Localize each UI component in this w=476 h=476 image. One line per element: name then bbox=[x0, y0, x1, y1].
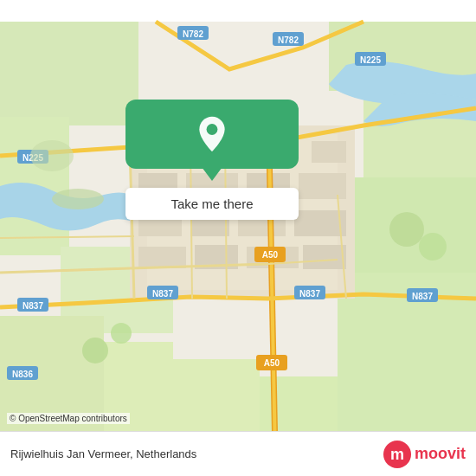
svg-point-60 bbox=[419, 233, 447, 261]
svg-text:N837: N837 bbox=[412, 292, 433, 301]
svg-point-58 bbox=[111, 323, 132, 344]
svg-point-59 bbox=[389, 212, 424, 247]
svg-text:N837: N837 bbox=[23, 301, 43, 311]
svg-text:A50: A50 bbox=[262, 250, 279, 260]
take-me-there-button[interactable]: Take me there bbox=[125, 188, 299, 220]
svg-text:N836: N836 bbox=[12, 370, 33, 379]
svg-rect-30 bbox=[303, 245, 346, 269]
svg-text:A50: A50 bbox=[264, 358, 280, 368]
bottom-bar: Rijwielhuis Jan Vermeer, Netherlands m m… bbox=[0, 431, 476, 476]
svg-text:N225: N225 bbox=[360, 55, 381, 65]
moovit-text: moovit bbox=[415, 445, 466, 463]
svg-rect-27 bbox=[138, 247, 186, 268]
map-container: A50 A50 N782 N782 N225 N225 N225 N837 N8… bbox=[0, 0, 476, 476]
location-pin-icon bbox=[193, 115, 231, 153]
svg-text:m: m bbox=[390, 446, 404, 463]
popup-bubble bbox=[125, 100, 299, 169]
svg-text:N837: N837 bbox=[152, 289, 173, 299]
moovit-logo: m moovit bbox=[383, 441, 466, 468]
svg-text:N782: N782 bbox=[183, 29, 203, 39]
svg-point-55 bbox=[52, 189, 104, 209]
svg-text:N782: N782 bbox=[278, 35, 299, 45]
svg-point-57 bbox=[82, 338, 108, 363]
svg-point-56 bbox=[30, 140, 74, 171]
moovit-m-icon: m bbox=[383, 441, 411, 468]
svg-rect-1 bbox=[0, 22, 138, 125]
location-name: Rijwielhuis Jan Vermeer, Netherlands bbox=[10, 447, 196, 460]
svg-rect-18 bbox=[312, 141, 346, 163]
osm-attribution: © OpenStreetMap contributors bbox=[7, 413, 130, 424]
svg-rect-22 bbox=[299, 173, 346, 199]
popup-card: Take me there bbox=[125, 100, 299, 220]
map-background: A50 A50 N782 N782 N225 N225 N225 N837 N8… bbox=[0, 0, 476, 476]
svg-point-61 bbox=[207, 124, 218, 135]
svg-text:N837: N837 bbox=[299, 289, 320, 299]
